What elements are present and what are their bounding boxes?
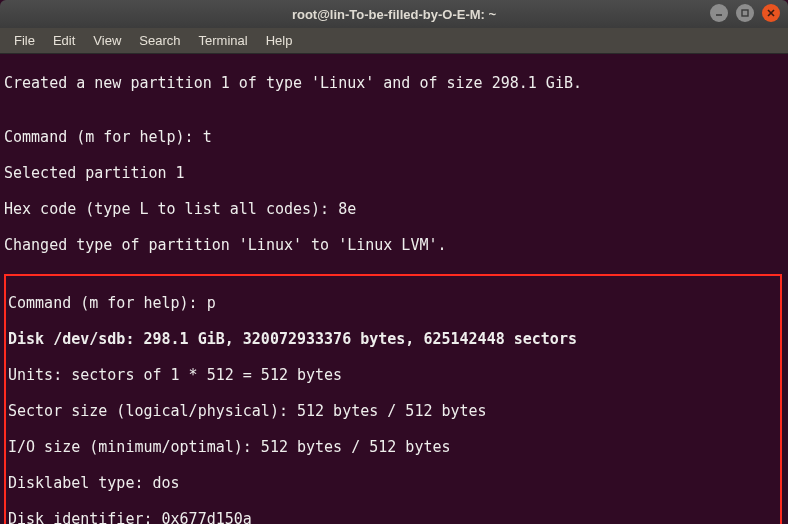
term-line: Sector size (logical/physical): 512 byte… <box>8 402 778 420</box>
term-line: I/O size (minimum/optimal): 512 bytes / … <box>8 438 778 456</box>
menu-view[interactable]: View <box>85 30 129 51</box>
menu-help[interactable]: Help <box>258 30 301 51</box>
window-controls <box>710 4 780 22</box>
menu-terminal[interactable]: Terminal <box>191 30 256 51</box>
term-line: Units: sectors of 1 * 512 = 512 bytes <box>8 366 778 384</box>
menu-search[interactable]: Search <box>131 30 188 51</box>
menubar: File Edit View Search Terminal Help <box>0 28 788 54</box>
term-line: Selected partition 1 <box>4 164 784 182</box>
highlight-box: Command (m for help): p Disk /dev/sdb: 2… <box>4 274 782 524</box>
term-line: Hex code (type L to list all codes): 8e <box>4 200 784 218</box>
window-titlebar: root@lin-To-be-filled-by-O-E-M: ~ <box>0 0 788 28</box>
term-line: Disk identifier: 0x677d150a <box>8 510 778 524</box>
term-line: Disklabel type: dos <box>8 474 778 492</box>
term-line: Command (m for help): t <box>4 128 784 146</box>
term-line: Created a new partition 1 of type 'Linux… <box>4 74 784 92</box>
term-line-bold: Disk /dev/sdb: 298.1 GiB, 320072933376 b… <box>8 330 778 348</box>
maximize-button[interactable] <box>736 4 754 22</box>
minimize-button[interactable] <box>710 4 728 22</box>
term-line: Command (m for help): p <box>8 294 778 312</box>
menu-edit[interactable]: Edit <box>45 30 83 51</box>
svg-rect-1 <box>742 10 748 16</box>
window-title: root@lin-To-be-filled-by-O-E-M: ~ <box>292 7 496 22</box>
term-line: Changed type of partition 'Linux' to 'Li… <box>4 236 784 254</box>
terminal-area[interactable]: Created a new partition 1 of type 'Linux… <box>0 54 788 524</box>
menu-file[interactable]: File <box>6 30 43 51</box>
close-button[interactable] <box>762 4 780 22</box>
